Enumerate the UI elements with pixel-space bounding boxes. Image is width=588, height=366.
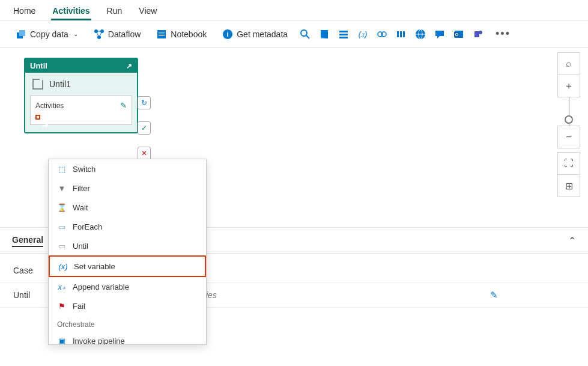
tab-activities[interactable]: Activities [51, 4, 91, 20]
collapse-panel-icon[interactable]: ⌃ [568, 235, 576, 246]
copy-data-label: Copy data [30, 29, 68, 39]
until-activity-box[interactable]: Until ↗ Until1 Activities ✎ [24, 58, 138, 133]
invoke-pipeline-icon: ▣ [57, 336, 67, 345]
panel-tabs: General [12, 234, 43, 247]
main-tabs: Home Activities Run View [0, 0, 588, 20]
menu-item-filter[interactable]: ▼ Filter [49, 178, 206, 198]
menu-item-wait[interactable]: ⌛ Wait [49, 198, 206, 217]
menu-label: Append variable [73, 282, 129, 291]
svg-point-29 [479, 31, 482, 34]
get-metadata-label: Get metadata [237, 29, 288, 39]
svg-text:O: O [455, 32, 459, 37]
until-name-label: Until1 [49, 79, 71, 89]
variable-icon[interactable]: (𝑥) [357, 29, 368, 40]
notebook-label: Notebook [171, 29, 207, 39]
svg-point-11 [301, 30, 307, 36]
activities-label: Activities [35, 102, 64, 110]
until-icon [32, 79, 43, 90]
wait-icon: ⌛ [57, 203, 67, 212]
menu-item-switch[interactable]: ⬚ Switch [49, 159, 206, 178]
copy-data-icon [16, 29, 26, 40]
menu-item-invoke-pipeline[interactable]: ▣ Invoke pipeline [49, 331, 206, 345]
menu-item-foreach[interactable]: ▭ ForEach [49, 217, 206, 236]
menu-label: Set variable [74, 262, 115, 271]
inner-activities: Activities ✎ [30, 96, 132, 125]
dataflow-label: Dataflow [108, 29, 141, 39]
switch-icon: ⬚ [57, 164, 67, 174]
tab-view[interactable]: View [138, 4, 158, 20]
copy-data-button[interactable]: Copy data ⌄ [12, 26, 82, 42]
dataflow-icon [94, 29, 105, 40]
until-header: Until ↗ [25, 59, 137, 73]
tab-run[interactable]: Run [106, 4, 124, 20]
filter-icon: ▼ [57, 183, 67, 193]
svg-rect-19 [397, 31, 399, 37]
svg-rect-7 [159, 34, 165, 34]
fail-icon: ⚑ [57, 301, 67, 311]
svg-rect-14 [339, 31, 348, 32]
zoom-out-button[interactable]: − [557, 126, 580, 148]
menu-label: Invoke pipeline [73, 337, 125, 346]
menu-item-append-variable[interactable]: x₊ Append variable [49, 277, 206, 296]
svg-rect-8 [159, 35, 165, 36]
web-icon[interactable] [415, 29, 426, 40]
menu-label: ForEach [73, 222, 102, 231]
svg-rect-21 [403, 31, 405, 37]
svg-rect-13 [321, 30, 328, 38]
search-canvas-button[interactable]: ⌕ [557, 52, 580, 75]
outlook-icon[interactable]: O [453, 29, 464, 40]
fit-screen-button[interactable]: ⛶ [557, 152, 580, 175]
connector-retry-icon[interactable]: ↻ [138, 96, 151, 109]
get-metadata-button[interactable]: i Get metadata [219, 26, 291, 42]
svg-rect-1 [19, 30, 25, 36]
notebook-button[interactable]: Notebook [153, 26, 210, 42]
list-icon[interactable] [338, 29, 349, 40]
canvas-controls: ⌕ ＋ − ⛶ ⊞ [557, 53, 581, 197]
menu-label: Until [73, 242, 88, 251]
chat-icon[interactable] [434, 29, 445, 40]
until-name-row: Until1 [25, 73, 137, 96]
svg-rect-6 [159, 32, 165, 32]
menu-item-fail[interactable]: ⚑ Fail [49, 296, 206, 316]
menu-item-until[interactable]: ▭ Until [49, 236, 206, 255]
expand-icon[interactable]: ↗ [126, 62, 132, 70]
dataflow-button[interactable]: Dataflow [90, 26, 144, 42]
connector-success-icon[interactable]: ✓ [138, 121, 151, 135]
chevron-down-icon: ⌄ [73, 31, 78, 37]
append-variable-icon: x₊ [57, 282, 67, 291]
connector-fail-icon[interactable]: ✕ [138, 147, 151, 160]
foreach-icon: ▭ [57, 222, 67, 231]
edit-activities-icon[interactable]: ✎ [120, 101, 127, 110]
set-variable-icon: (x) [58, 261, 68, 271]
svg-rect-16 [339, 37, 348, 38]
search-icon[interactable] [300, 29, 311, 40]
teams-icon[interactable] [473, 29, 483, 40]
menu-item-set-variable[interactable]: (x) Set variable [49, 255, 206, 277]
info-icon: i [222, 29, 233, 40]
edit-icon[interactable]: ✎ [490, 290, 498, 300]
more-button[interactable]: ••• [492, 28, 514, 40]
activity-context-menu: ⬚ Switch ▼ Filter ⌛ Wait ▭ ForEach ▭ Unt… [48, 159, 207, 345]
svg-point-18 [381, 32, 386, 37]
zoom-slider[interactable] [569, 97, 569, 126]
add-activity-highlight [35, 115, 40, 120]
zoom-handle[interactable] [565, 115, 573, 124]
script-icon[interactable] [319, 29, 330, 40]
svg-line-12 [306, 35, 309, 38]
menu-label: Filter [73, 184, 90, 193]
toolbar: Copy data ⌄ Dataflow Notebook i Get meta… [0, 20, 588, 48]
lookup-icon[interactable] [377, 29, 387, 40]
menu-label: Fail [73, 302, 85, 311]
panel-tab-general[interactable]: General [12, 234, 43, 247]
svg-rect-28 [474, 31, 479, 37]
tab-home[interactable]: Home [12, 4, 37, 20]
key-icon[interactable] [396, 29, 407, 40]
svg-rect-15 [339, 34, 348, 35]
svg-text:i: i [227, 31, 229, 38]
menu-label: Switch [73, 165, 95, 174]
until-header-label: Until [30, 61, 47, 70]
zoom-in-button[interactable]: ＋ [557, 75, 580, 97]
layout-button[interactable]: ⊞ [557, 174, 580, 197]
menu-label: Wait [73, 203, 88, 212]
notebook-icon [156, 29, 167, 40]
